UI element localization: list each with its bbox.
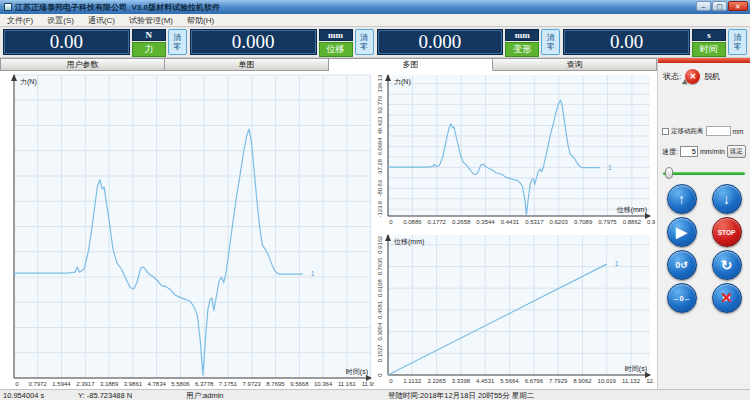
svg-text:0.9748: 0.9748 [647, 219, 655, 225]
svg-text:-37.28: -37.28 [377, 159, 383, 175]
svg-text:5.5806: 5.5806 [171, 381, 190, 387]
svg-text:时间(s): 时间(s) [346, 368, 368, 376]
svg-text:3.1889: 3.1889 [100, 381, 119, 387]
statusbar-login: 登陆时间:2018年12月18日 20时55分 星期二 [388, 391, 534, 400]
svg-text:3.3398: 3.3398 [452, 378, 471, 384]
menu-communication[interactable]: 通讯(C) [81, 15, 122, 26]
svg-text:位移(mm): 位移(mm) [394, 238, 424, 246]
return-zero-button[interactable]: 0↺ [667, 250, 697, 280]
svg-text:-123.9: -123.9 [377, 201, 383, 217]
svg-text:136.13: 136.13 [377, 75, 383, 93]
svg-text:0: 0 [15, 381, 19, 387]
displacement-display-group: 0.000 mm 位移 清零 [190, 29, 374, 55]
svg-text:1: 1 [311, 270, 315, 277]
time-display-group: 0.00 s 时间 清零 [563, 29, 747, 55]
tab-bar: 用户参数 单图 多图 查询 [0, 58, 657, 71]
time-clear-button[interactable]: 清零 [728, 29, 747, 55]
svg-text:3.9861: 3.9861 [124, 381, 143, 387]
svg-text:7.9723: 7.9723 [243, 381, 262, 387]
jog-up-button[interactable]: ↑ [667, 184, 697, 214]
svg-text:9.5668: 9.5668 [290, 381, 309, 387]
status-label: 状态: [663, 71, 681, 82]
slider-handle[interactable] [665, 167, 673, 179]
svg-text:6.6796: 6.6796 [525, 378, 544, 384]
cycle-button[interactable]: ↻ [712, 250, 742, 280]
svg-text:0.6108: 0.6108 [377, 279, 383, 297]
svg-text:0.4431: 0.4431 [501, 219, 520, 225]
stop-button[interactable]: STOP [712, 217, 742, 247]
control-panel: 状态: ✕ 脱机 定移动距离 mm 速度: mm/min 设定 ↑ [657, 58, 750, 389]
speed-unit-label: mm/min [700, 148, 725, 155]
svg-text:11.958: 11.958 [362, 381, 374, 387]
status-bar: 10.954004 s Y: -85.723488 N 用户:admin 登陆时… [0, 389, 750, 400]
svg-text:10.019: 10.019 [598, 378, 617, 384]
deformation-label: 变形 [505, 42, 539, 57]
menu-settings[interactable]: 设置(S) [40, 15, 81, 26]
force-unit: N [132, 29, 166, 41]
svg-text:7.1751: 7.1751 [219, 381, 238, 387]
app-window: 江苏正瑞泰邦电子科技有限公司_V3.0版材料试验拉机软件 – ▢ ✕ 文件(F)… [0, 0, 750, 400]
deformation-clear-button[interactable]: 清零 [541, 29, 560, 55]
svg-text:1.5944: 1.5944 [52, 381, 71, 387]
menu-help[interactable]: 帮助(H) [180, 15, 221, 26]
displacement-unit: mm [319, 29, 353, 41]
force-display-group: 0.00 N 力 清零 [3, 29, 187, 55]
set-speed-button[interactable]: 设定 [727, 145, 746, 158]
slider-track [663, 172, 745, 175]
deformation-display-group: 0.000 mm 变形 清零 [377, 29, 561, 55]
displacement-label: 位移 [319, 42, 353, 57]
svg-text:0.7972: 0.7972 [29, 381, 48, 387]
svg-text:49.423: 49.423 [377, 117, 383, 135]
svg-text:92.776: 92.776 [377, 96, 383, 114]
force-clear-button[interactable]: 清零 [168, 29, 187, 55]
distance-input[interactable] [706, 126, 731, 136]
fixed-distance-checkbox[interactable] [662, 128, 669, 135]
svg-text:6.0694: 6.0694 [377, 137, 383, 156]
force-value: 0.00 [3, 29, 130, 55]
deformation-value: 0.000 [377, 29, 504, 55]
tab-single-chart[interactable]: 单图 [165, 58, 329, 71]
svg-text:力(N): 力(N) [20, 78, 37, 86]
run-button[interactable]: ▶ [667, 217, 697, 247]
svg-text:0.1527: 0.1527 [377, 344, 383, 362]
speed-input[interactable] [680, 146, 698, 157]
svg-text:5.5664: 5.5664 [500, 378, 519, 384]
time-unit: s [692, 29, 726, 41]
display-row: 0.00 N 力 清零 0.000 mm 位移 清零 0.000 mm 变形 清… [0, 27, 750, 58]
svg-text:1: 1 [608, 164, 612, 171]
svg-text:12.245: 12.245 [646, 378, 655, 384]
svg-text:0: 0 [389, 219, 393, 225]
time-value: 0.00 [563, 29, 690, 55]
minimize-button[interactable]: – [696, 1, 711, 11]
tab-query[interactable]: 查询 [493, 58, 657, 71]
menu-file[interactable]: 文件(F) [0, 15, 40, 26]
menu-bar: 文件(F) 设置(S) 通讯(C) 试验管理(M) 帮助(H) [0, 14, 750, 27]
tab-user-parameters[interactable]: 用户参数 [0, 58, 165, 71]
tab-multi-chart[interactable]: 多图 [329, 58, 493, 71]
app-icon [4, 3, 12, 11]
svg-text:0.0886: 0.0886 [403, 219, 422, 225]
svg-text:0.6203: 0.6203 [550, 219, 569, 225]
close-button[interactable]: ✕ [728, 1, 748, 11]
maximize-button[interactable]: ▢ [712, 1, 727, 11]
speed-slider[interactable] [658, 166, 750, 179]
force-displacement-chart: 00.08860.17720.26580.35440.44310.53170.6… [374, 71, 655, 229]
svg-text:0: 0 [377, 373, 383, 376]
svg-text:0.9162: 0.9162 [377, 236, 383, 254]
svg-text:11.161: 11.161 [338, 381, 357, 387]
zero-position-button[interactable]: →0← [667, 283, 697, 313]
svg-text:-80.63: -80.63 [377, 180, 383, 196]
displacement-time-chart: 01.11322.22653.33984.45315.56646.67967.7… [374, 229, 655, 389]
svg-text:0.1772: 0.1772 [428, 219, 447, 225]
svg-text:11.132: 11.132 [622, 378, 641, 384]
force-label: 力 [132, 42, 166, 57]
svg-text:8.9062: 8.9062 [573, 378, 592, 384]
svg-text:7.7929: 7.7929 [549, 378, 568, 384]
svg-text:0.8862: 0.8862 [623, 219, 642, 225]
svg-text:力(N): 力(N) [394, 78, 411, 86]
svg-text:2.3917: 2.3917 [76, 381, 95, 387]
clear-zero-button[interactable]: 0I ✕ [712, 283, 742, 313]
menu-test-management[interactable]: 试验管理(M) [122, 15, 180, 26]
displacement-clear-button[interactable]: 清零 [355, 29, 374, 55]
jog-down-button[interactable]: ↓ [712, 184, 742, 214]
